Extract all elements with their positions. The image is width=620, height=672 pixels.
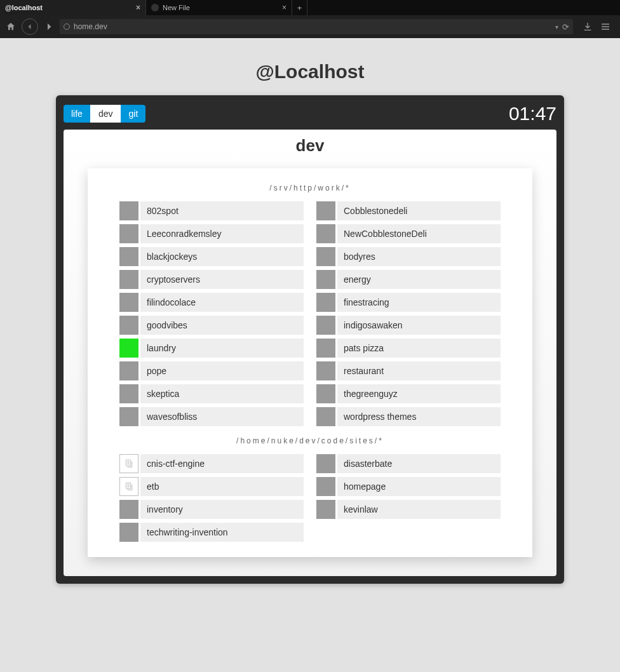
status-swatch	[119, 523, 138, 542]
status-swatch	[316, 361, 335, 380]
project-item[interactable]: thegreenguyz	[316, 384, 501, 403]
project-label: thegreenguyz	[337, 384, 501, 403]
project-label: kevinlaw	[337, 500, 501, 519]
home-icon[interactable]	[5, 21, 17, 32]
status-swatch	[316, 316, 335, 335]
project-label: wavesofbliss	[140, 407, 304, 426]
menu-icon[interactable]	[600, 21, 611, 32]
project-item[interactable]: bodyres	[316, 247, 501, 266]
status-swatch	[119, 361, 138, 380]
status-swatch	[119, 293, 138, 312]
download-icon[interactable]	[582, 21, 593, 32]
browser-tab[interactable]: @localhost ×	[0, 0, 146, 15]
status-swatch	[119, 201, 138, 220]
project-item[interactable]: homepage	[316, 477, 501, 496]
project-label: 802spot	[140, 201, 304, 220]
project-item[interactable]: wordpress themes	[316, 407, 501, 426]
project-item[interactable]: pope	[119, 361, 304, 380]
project-item[interactable]: inventory	[119, 500, 304, 519]
project-item[interactable]: pats pizza	[316, 339, 501, 358]
project-label: NewCobblestoneDeli	[337, 224, 501, 243]
project-label: cryptoservers	[140, 270, 304, 289]
site-info-icon	[64, 24, 70, 30]
nav-tab-life[interactable]: life	[64, 105, 90, 123]
tab-strip: @localhost × New File × +	[0, 0, 620, 15]
project-item[interactable]: cnis-ctf-engine	[119, 454, 304, 473]
status-swatch	[119, 270, 138, 289]
projects-card: /srv/http/work/*802spotCobblestonedeliLe…	[88, 168, 532, 557]
project-label: techwriting-invention	[140, 523, 304, 542]
status-swatch	[119, 224, 138, 243]
status-swatch	[316, 247, 335, 266]
status-swatch	[316, 270, 335, 289]
project-item[interactable]: goodvibes	[119, 316, 304, 335]
status-swatch	[316, 454, 335, 473]
project-label: finestracing	[337, 293, 501, 312]
project-item[interactable]: blackjockeys	[119, 247, 304, 266]
group-path: /home/nuke/dev/code/sites/*	[119, 436, 501, 445]
browser-chrome: @localhost × New File × + home.dev ▾ ⟳	[0, 0, 620, 38]
nav-tabs: lifedevgit	[64, 105, 145, 123]
nav-tab-git[interactable]: git	[121, 105, 145, 123]
url-bar[interactable]: home.dev ▾ ⟳	[60, 19, 573, 34]
close-icon[interactable]: ×	[282, 3, 286, 12]
project-item[interactable]: etb	[119, 477, 304, 496]
project-label: etb	[140, 477, 304, 496]
project-label: Cobblestonedeli	[337, 201, 501, 220]
back-button[interactable]	[22, 18, 38, 35]
project-label: pope	[140, 361, 304, 380]
project-item[interactable]: disasterbate	[316, 454, 501, 473]
new-tab-button[interactable]: +	[292, 0, 307, 15]
browser-tab[interactable]: New File ×	[146, 0, 292, 15]
nav-tab-dev[interactable]: dev	[90, 105, 121, 123]
project-item[interactable]: 802spot	[119, 201, 304, 220]
status-swatch	[316, 293, 335, 312]
reload-icon[interactable]: ⟳	[562, 22, 569, 32]
status-swatch	[316, 339, 335, 358]
project-item[interactable]: indigosawaken	[316, 316, 501, 335]
tab-title: @localhost	[5, 4, 43, 11]
project-item[interactable]: laundry	[119, 339, 304, 358]
project-grid: 802spotCobblestonedeliLeeconradkemsleyNe…	[119, 201, 501, 426]
project-label: homepage	[337, 477, 501, 496]
project-item[interactable]: finestracing	[316, 293, 501, 312]
status-swatch	[316, 201, 335, 220]
status-swatch	[119, 339, 138, 358]
project-item[interactable]: wavesofbliss	[119, 407, 304, 426]
document-icon	[119, 454, 138, 473]
project-label: pats pizza	[337, 339, 501, 358]
project-item[interactable]: filindocolace	[119, 293, 304, 312]
project-label: blackjockeys	[140, 247, 304, 266]
project-item[interactable]: techwriting-invention	[119, 523, 304, 542]
project-item[interactable]: kevinlaw	[316, 500, 501, 519]
status-swatch	[316, 407, 335, 426]
status-swatch	[316, 384, 335, 403]
project-item[interactable]: NewCobblestoneDeli	[316, 224, 501, 243]
project-label: wordpress themes	[337, 407, 501, 426]
project-label: bodyres	[337, 247, 501, 266]
github-icon	[151, 4, 159, 11]
project-label: energy	[337, 270, 501, 289]
status-swatch	[316, 477, 335, 496]
project-label: skeptica	[140, 384, 304, 403]
nav-bar: home.dev ▾ ⟳	[0, 15, 620, 38]
project-label: filindocolace	[140, 293, 304, 312]
app-frame: lifedevgit 01:47 dev /srv/http/work/*802…	[56, 95, 564, 584]
project-item[interactable]: skeptica	[119, 384, 304, 403]
forward-button[interactable]	[43, 21, 55, 32]
project-item[interactable]: energy	[316, 270, 501, 289]
status-swatch	[119, 407, 138, 426]
status-swatch	[316, 500, 335, 519]
chevron-down-icon[interactable]: ▾	[555, 24, 558, 30]
project-item[interactable]: cryptoservers	[119, 270, 304, 289]
close-icon[interactable]: ×	[136, 3, 140, 12]
project-item[interactable]: restaurant	[316, 361, 501, 380]
project-label: disasterbate	[337, 454, 501, 473]
content-panel: dev /srv/http/work/*802spotCobblestonede…	[64, 130, 556, 576]
project-label: goodvibes	[140, 316, 304, 335]
project-item[interactable]: Leeconradkemsley	[119, 224, 304, 243]
project-item[interactable]: Cobblestonedeli	[316, 201, 501, 220]
status-swatch	[119, 316, 138, 335]
project-label: restaurant	[337, 361, 501, 380]
project-label: Leeconradkemsley	[140, 224, 304, 243]
